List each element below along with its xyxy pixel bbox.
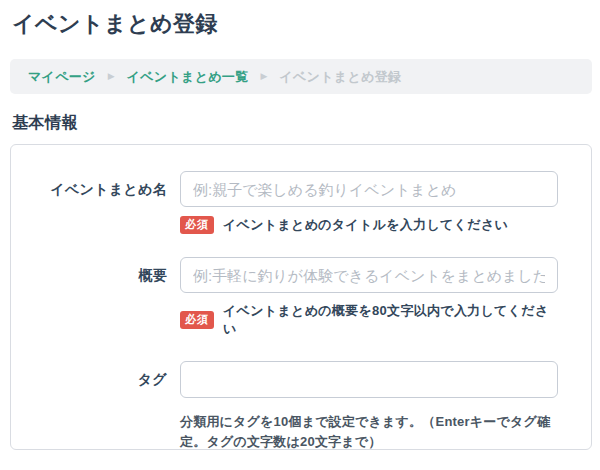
basic-info-form-panel: イベントまとめ名 必須 イベントまとめのタイトルを入力してください 概要 必須 … (10, 144, 592, 450)
field-label-summary: 概要 (11, 257, 167, 338)
required-badge: 必須 (180, 311, 214, 328)
field-hint-line: 必須 イベントまとめの概要を80文字以内で入力してください (180, 302, 558, 338)
page-title: イベントまとめ登録 (12, 9, 588, 39)
form-row-event-summary-name: イベントまとめ名 必須 イベントまとめのタイトルを入力してください (11, 171, 591, 234)
event-summary-name-input[interactable] (180, 171, 558, 207)
required-badge: 必須 (180, 216, 214, 233)
form-row-summary: 概要 必須 イベントまとめの概要を80文字以内で入力してください (11, 257, 591, 338)
section-title-basic-info: 基本情報 (12, 113, 588, 134)
field-hint-line: 必須 イベントまとめのタイトルを入力してください (180, 216, 558, 234)
field-hint-text: イベントまとめのタイトルを入力してください (223, 216, 508, 234)
breadcrumb-item-event-summary-list[interactable]: イベントまとめ一覧 (127, 68, 249, 86)
breadcrumb-separator-icon: ▶ (108, 72, 115, 81)
breadcrumb-item-mypage[interactable]: マイページ (28, 68, 96, 86)
field-input-col: 必須 イベントまとめのタイトルを入力してください (180, 171, 558, 234)
form-row-tags: タグ 分類用にタグを10個まで設定できます。（Enterキーでタグ確定。タグの文… (11, 361, 591, 452)
page: イベントまとめ登録 マイページ ▶ イベントまとめ一覧 ▶ イベントまとめ登録 … (0, 9, 600, 470)
breadcrumb-separator-icon: ▶ (260, 72, 267, 81)
breadcrumb-item-event-summary-register: イベントまとめ登録 (279, 68, 401, 86)
field-hint-text: イベントまとめの概要を80文字以内で入力してください (223, 302, 558, 338)
field-input-col: 分類用にタグを10個まで設定できます。（Enterキーでタグ確定。タグの文字数は… (180, 361, 558, 452)
field-label-event-summary-name: イベントまとめ名 (11, 171, 167, 234)
summary-input[interactable] (180, 257, 558, 293)
field-label-tags: タグ (11, 361, 167, 452)
tags-input[interactable] (180, 361, 558, 398)
tags-help-text: 分類用にタグを10個まで設定できます。（Enterキーでタグ確定。タグの文字数は… (180, 412, 558, 452)
breadcrumb: マイページ ▶ イベントまとめ一覧 ▶ イベントまとめ登録 (10, 59, 592, 94)
field-input-col: 必須 イベントまとめの概要を80文字以内で入力してください (180, 257, 558, 338)
